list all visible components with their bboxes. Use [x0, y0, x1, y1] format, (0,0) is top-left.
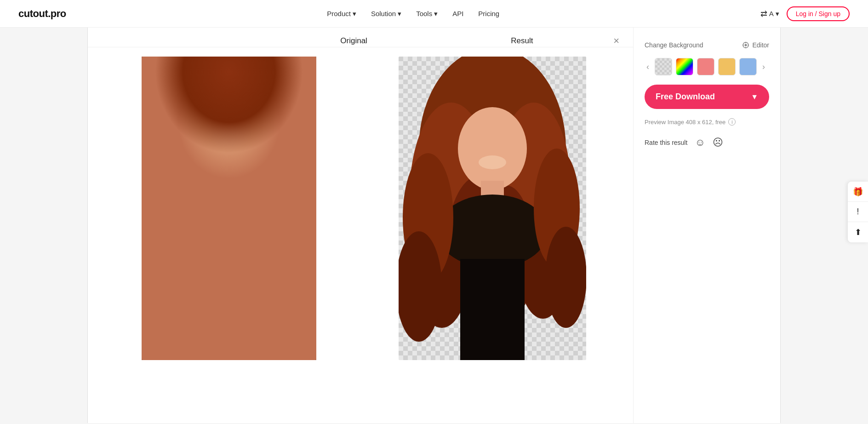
result-label: Result: [438, 36, 606, 46]
bg-swatch-rainbow[interactable]: [676, 58, 693, 75]
bg-swatch-transparent[interactable]: [655, 58, 672, 75]
svg-point-6: [215, 185, 270, 323]
chevron-down-icon: ▼: [751, 93, 758, 101]
svg-point-15: [142, 153, 190, 282]
nav-tools[interactable]: Tools ▾: [416, 10, 438, 18]
nav-api[interactable]: API: [452, 10, 463, 17]
nav-solution[interactable]: Solution ▾: [371, 10, 401, 18]
bg-next-arrow[interactable]: ›: [760, 62, 767, 72]
svg-point-5: [183, 176, 247, 323]
svg-point-7: [151, 208, 206, 328]
original-image-wrapper: [142, 57, 316, 360]
floating-sidebar: 🎁 ! ⬆: [848, 182, 868, 242]
editor-button[interactable]: Editor: [742, 41, 769, 49]
svg-point-12: [215, 155, 243, 169]
result-image-wrapper: [399, 57, 586, 360]
svg-point-14: [234, 143, 247, 150]
svg-point-4: [234, 103, 307, 268]
right-panel: Change Background Editor ‹: [633, 28, 780, 423]
result-image-column: [365, 57, 619, 360]
transparent-bg: [399, 57, 586, 360]
svg-point-36: [437, 195, 548, 268]
svg-point-11: [174, 195, 284, 268]
original-image-column: [102, 57, 356, 360]
alert-button[interactable]: !: [848, 202, 868, 222]
images-row: [88, 47, 633, 423]
rate-label: Rate this result: [645, 139, 687, 146]
nav-links: Product ▾ Solution ▾ Tools ▾ API Pricing: [327, 10, 499, 18]
bg-prev-arrow[interactable]: ‹: [645, 62, 651, 72]
svg-point-9: [194, 107, 263, 190]
navbar: cutout.pro Product ▾ Solution ▾ Tools ▾ …: [0, 0, 868, 28]
free-download-button[interactable]: Free Download ▼: [645, 85, 769, 109]
download-label: Free Download: [656, 92, 715, 102]
nav-right: ⇄ A ▾ Log in / Sign up: [760, 6, 850, 21]
svg-point-18: [282, 227, 316, 328]
upload-button[interactable]: ⬆: [848, 222, 868, 242]
svg-point-37: [479, 155, 506, 169]
bg-color-row: ‹ ›: [645, 58, 769, 75]
svg-rect-1: [142, 57, 316, 360]
svg-point-13: [211, 143, 224, 150]
svg-point-3: [146, 103, 229, 286]
svg-rect-42: [460, 259, 525, 360]
gift-button[interactable]: 🎁: [848, 182, 868, 202]
bg-controls-row: Change Background Editor: [645, 41, 769, 49]
svg-point-44: [745, 44, 747, 46]
language-selector[interactable]: ⇄ A ▾: [760, 9, 779, 19]
comparison-header: Original Result ×: [88, 28, 633, 47]
svg-point-34: [458, 107, 527, 190]
bg-swatch-peach[interactable]: [718, 58, 736, 75]
bg-swatch-pink[interactable]: [697, 58, 714, 75]
preview-text: Preview Image 408 x 612, free: [645, 119, 725, 126]
close-button[interactable]: ×: [606, 35, 619, 47]
svg-point-17: [142, 231, 178, 342]
original-label: Original: [270, 36, 438, 46]
bg-swatch-blue[interactable]: [739, 58, 757, 75]
svg-point-8: [254, 208, 305, 319]
svg-point-16: [270, 149, 316, 268]
happy-icon[interactable]: ☺: [695, 137, 705, 149]
sad-icon[interactable]: ☹: [713, 137, 723, 149]
svg-point-41: [545, 227, 586, 328]
rate-row: Rate this result ☺ ☹: [645, 137, 769, 149]
change-bg-label: Change Background: [645, 41, 703, 49]
info-icon[interactable]: i: [728, 118, 736, 126]
nav-product[interactable]: Product ▾: [327, 10, 356, 18]
login-button[interactable]: Log in / Sign up: [787, 6, 850, 21]
settings-icon: [742, 41, 749, 49]
nav-pricing[interactable]: Pricing: [478, 10, 499, 17]
comparison-section: Original Result ×: [88, 28, 633, 423]
original-photo: [142, 57, 316, 360]
svg-rect-19: [197, 259, 261, 360]
preview-info: Preview Image 408 x 612, free i: [645, 118, 769, 126]
brand-logo[interactable]: cutout.pro: [18, 8, 66, 20]
editor-label: Editor: [752, 41, 769, 49]
svg-rect-10: [217, 181, 240, 208]
svg-point-2: [155, 57, 303, 250]
